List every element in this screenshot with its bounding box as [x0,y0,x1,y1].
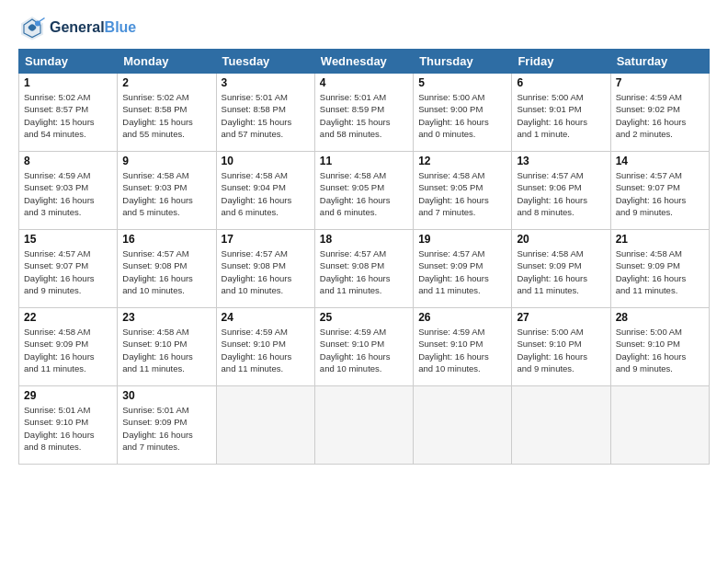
calendar-cell: 2Sunrise: 5:02 AM Sunset: 8:58 PM Daylig… [118,74,216,152]
day-info: Sunrise: 4:59 AM Sunset: 9:10 PM Dayligh… [222,326,310,374]
header: GeneralBlue [18,14,710,41]
day-info: Sunrise: 4:59 AM Sunset: 9:10 PM Dayligh… [320,326,408,374]
page: GeneralBlue SundayMondayTuesdayWednesday… [0,0,728,563]
day-number: 26 [418,311,506,324]
day-info: Sunrise: 4:57 AM Sunset: 9:08 PM Dayligh… [320,247,408,296]
day-number: 13 [517,155,605,167]
day-number: 25 [320,311,408,324]
weekday-header: Saturday [610,50,709,74]
day-number: 30 [122,389,210,402]
calendar-cell: 26Sunrise: 4:59 AM Sunset: 9:10 PM Dayli… [414,308,512,386]
calendar-cell: 18Sunrise: 4:57 AM Sunset: 9:08 PM Dayli… [314,230,413,308]
calendar-cell: 4Sunrise: 5:01 AM Sunset: 8:59 PM Daylig… [314,74,413,152]
weekday-header: Tuesday [216,50,314,74]
calendar-week-row: 29Sunrise: 5:01 AM Sunset: 9:10 PM Dayli… [19,386,710,465]
day-number: 6 [517,76,605,89]
calendar-cell: 23Sunrise: 4:58 AM Sunset: 9:10 PM Dayli… [118,308,216,386]
weekday-header: Wednesday [314,50,413,74]
calendar-cell: 3Sunrise: 5:01 AM Sunset: 8:58 PM Daylig… [216,74,314,152]
day-number: 14 [616,155,704,167]
weekday-header: Monday [118,50,216,74]
calendar-cell: 10Sunrise: 4:58 AM Sunset: 9:04 PM Dayli… [216,152,314,230]
day-number: 4 [320,76,408,89]
day-number: 2 [122,76,210,89]
day-number: 5 [418,76,506,89]
calendar-cell: 11Sunrise: 4:58 AM Sunset: 9:05 PM Dayli… [314,152,413,230]
logo: GeneralBlue [18,14,136,41]
day-info: Sunrise: 4:59 AM Sunset: 9:10 PM Dayligh… [418,326,506,374]
calendar-cell [216,386,314,465]
calendar-cell: 27Sunrise: 5:00 AM Sunset: 9:10 PM Dayli… [512,308,610,386]
calendar-cell: 19Sunrise: 4:57 AM Sunset: 9:09 PM Dayli… [414,230,512,308]
calendar-week-row: 22Sunrise: 4:58 AM Sunset: 9:09 PM Dayli… [19,308,710,386]
day-info: Sunrise: 5:01 AM Sunset: 8:59 PM Dayligh… [320,91,408,140]
calendar-cell: 5Sunrise: 5:00 AM Sunset: 9:00 PM Daylig… [414,74,512,152]
calendar-header-row: SundayMondayTuesdayWednesdayThursdayFrid… [19,50,710,74]
day-info: Sunrise: 4:57 AM Sunset: 9:07 PM Dayligh… [616,169,704,218]
day-info: Sunrise: 4:58 AM Sunset: 9:09 PM Dayligh… [24,326,112,374]
calendar-cell: 13Sunrise: 4:57 AM Sunset: 9:06 PM Dayli… [512,152,610,230]
day-info: Sunrise: 4:57 AM Sunset: 9:06 PM Dayligh… [517,169,605,218]
weekday-header: Friday [512,50,610,74]
day-number: 19 [418,233,506,246]
calendar-cell: 15Sunrise: 4:57 AM Sunset: 9:07 PM Dayli… [19,230,118,308]
day-info: Sunrise: 4:58 AM Sunset: 9:05 PM Dayligh… [320,169,408,218]
calendar-cell: 9Sunrise: 4:58 AM Sunset: 9:03 PM Daylig… [118,152,216,230]
calendar-cell: 22Sunrise: 4:58 AM Sunset: 9:09 PM Dayli… [19,308,118,386]
day-info: Sunrise: 5:02 AM Sunset: 8:57 PM Dayligh… [24,91,112,140]
day-number: 23 [122,311,210,324]
weekday-header: Thursday [414,50,512,74]
day-info: Sunrise: 5:00 AM Sunset: 9:00 PM Dayligh… [418,91,506,140]
day-info: Sunrise: 4:59 AM Sunset: 9:02 PM Dayligh… [616,91,704,140]
day-info: Sunrise: 5:01 AM Sunset: 8:58 PM Dayligh… [222,91,310,140]
day-number: 15 [24,233,112,246]
calendar-cell: 30Sunrise: 5:01 AM Sunset: 9:09 PM Dayli… [118,386,216,465]
day-info: Sunrise: 4:57 AM Sunset: 9:08 PM Dayligh… [122,247,210,296]
day-number: 27 [517,311,605,324]
day-number: 16 [122,233,210,246]
day-info: Sunrise: 5:00 AM Sunset: 9:10 PM Dayligh… [616,326,704,374]
calendar-cell [610,386,709,465]
day-number: 10 [222,155,310,167]
calendar-cell [414,386,512,465]
calendar-cell: 6Sunrise: 5:00 AM Sunset: 9:01 PM Daylig… [512,74,610,152]
calendar-cell: 17Sunrise: 4:57 AM Sunset: 9:08 PM Dayli… [216,230,314,308]
calendar-cell: 8Sunrise: 4:59 AM Sunset: 9:03 PM Daylig… [19,152,118,230]
day-number: 8 [24,155,112,167]
calendar-cell: 24Sunrise: 4:59 AM Sunset: 9:10 PM Dayli… [216,308,314,386]
day-number: 12 [418,155,506,167]
calendar-cell [314,386,413,465]
calendar-cell [512,386,610,465]
day-info: Sunrise: 5:00 AM Sunset: 9:10 PM Dayligh… [517,326,605,374]
calendar-cell: 7Sunrise: 4:59 AM Sunset: 9:02 PM Daylig… [610,74,709,152]
day-info: Sunrise: 4:57 AM Sunset: 9:07 PM Dayligh… [24,247,112,296]
day-number: 3 [222,76,310,89]
day-number: 22 [24,311,112,324]
logo-icon [18,14,46,41]
calendar-cell: 28Sunrise: 5:00 AM Sunset: 9:10 PM Dayli… [610,308,709,386]
day-number: 20 [517,233,605,246]
day-number: 29 [24,389,112,402]
calendar-cell: 29Sunrise: 5:01 AM Sunset: 9:10 PM Dayli… [19,386,118,465]
day-number: 24 [222,311,310,324]
calendar-cell: 25Sunrise: 4:59 AM Sunset: 9:10 PM Dayli… [314,308,413,386]
calendar-cell: 16Sunrise: 4:57 AM Sunset: 9:08 PM Dayli… [118,230,216,308]
day-info: Sunrise: 4:58 AM Sunset: 9:10 PM Dayligh… [122,326,210,374]
calendar-cell: 20Sunrise: 4:58 AM Sunset: 9:09 PM Dayli… [512,230,610,308]
day-info: Sunrise: 4:58 AM Sunset: 9:03 PM Dayligh… [122,169,210,218]
calendar-cell: 1Sunrise: 5:02 AM Sunset: 8:57 PM Daylig… [19,74,118,152]
day-info: Sunrise: 4:59 AM Sunset: 9:03 PM Dayligh… [24,169,112,218]
calendar-table: SundayMondayTuesdayWednesdayThursdayFrid… [18,49,710,465]
calendar-cell: 14Sunrise: 4:57 AM Sunset: 9:07 PM Dayli… [610,152,709,230]
calendar-cell: 12Sunrise: 4:58 AM Sunset: 9:05 PM Dayli… [414,152,512,230]
day-info: Sunrise: 4:58 AM Sunset: 9:09 PM Dayligh… [616,247,704,296]
day-number: 9 [122,155,210,167]
day-info: Sunrise: 5:00 AM Sunset: 9:01 PM Dayligh… [517,91,605,140]
day-info: Sunrise: 4:58 AM Sunset: 9:04 PM Dayligh… [222,169,310,218]
day-number: 17 [222,233,310,246]
weekday-header: Sunday [19,50,118,74]
day-number: 28 [616,311,704,324]
calendar-cell: 21Sunrise: 4:58 AM Sunset: 9:09 PM Dayli… [610,230,709,308]
logo-text: GeneralBlue [50,18,136,36]
day-info: Sunrise: 5:01 AM Sunset: 9:10 PM Dayligh… [24,404,112,453]
